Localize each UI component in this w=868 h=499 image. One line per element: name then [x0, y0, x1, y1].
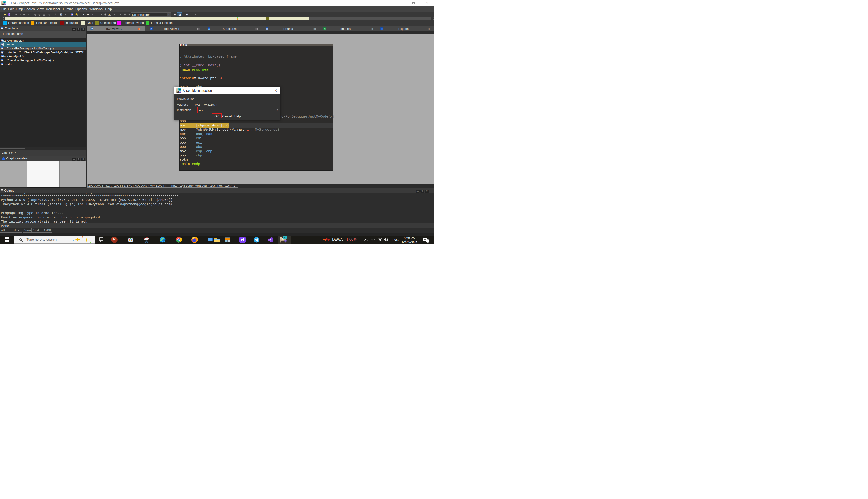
- svg-text:!: !: [71, 14, 72, 15]
- svg-text:A: A: [208, 28, 210, 30]
- svg-text:A: A: [61, 14, 62, 15]
- svg-text:c: c: [83, 14, 84, 15]
- svg-text:0: 0: [151, 28, 152, 29]
- svg-text:G: G: [179, 14, 180, 16]
- svg-text:'s: 's: [96, 14, 97, 15]
- svg-text:d: d: [88, 14, 88, 15]
- svg-text:101: 101: [44, 15, 45, 16]
- svg-text:A: A: [92, 14, 93, 15]
- svg-text:T: T: [39, 14, 40, 16]
